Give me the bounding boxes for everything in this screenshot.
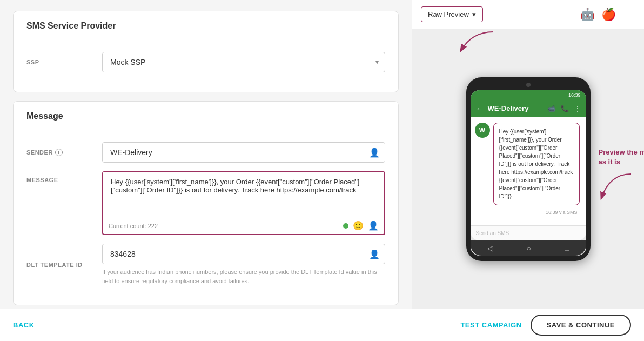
raw-preview-label: Raw Preview xyxy=(428,10,469,18)
back-button[interactable]: BACK xyxy=(13,321,35,329)
ssp-select-wrap: Mock SSP ▾ xyxy=(102,52,385,72)
app-action-icons: 📹 📞 ⋮ xyxy=(547,105,581,112)
dlt-label: DLT TEMPLATE ID xyxy=(26,262,102,268)
bubble-container: Hey {{user['system']['first_name']}}, yo… xyxy=(493,123,580,205)
raw-preview-button[interactable]: Raw Preview ▾ xyxy=(421,6,483,22)
test-campaign-button[interactable]: TEST CAMPAIGN xyxy=(460,321,521,329)
nav-home-icon: ○ xyxy=(527,244,531,252)
nav-recents-icon: □ xyxy=(565,244,569,252)
message-bubble: W Hey {{user['system']['first_name']}}, … xyxy=(475,123,582,205)
phone-input-bar: Send an SMS xyxy=(471,225,586,240)
status-dot xyxy=(343,223,348,229)
textarea-icons: 🙂 👤 xyxy=(343,220,379,231)
platform-icons: 🤖 🍎 xyxy=(580,8,616,22)
more-icon: ⋮ xyxy=(574,105,581,112)
footer: BACK TEST CAMPAIGN SAVE & CONTINUE xyxy=(0,309,644,341)
char-count: Current count: 222 xyxy=(109,223,339,229)
phone-and-annotation: 16:39 ← WE-Delivery 📹 📞 ⋮ xyxy=(466,77,591,261)
raw-preview-chevron-icon: ▾ xyxy=(472,10,476,18)
message-header: Message xyxy=(14,102,398,131)
phone-screen: 16:39 ← WE-Delivery 📹 📞 ⋮ xyxy=(471,90,586,256)
annotation-arrow xyxy=(599,171,642,204)
right-panel-header: Raw Preview ▾ 🤖 🍎 xyxy=(412,0,644,29)
message-textarea-container: Hey {{user['system']['first_name']}}, yo… xyxy=(102,171,385,235)
message-body: SENDER i 👤 MESSAGE Hey {{user['system'][… xyxy=(14,131,398,305)
phone-call-icon: 📞 xyxy=(561,105,569,112)
sms-provider-header: SMS Service Provider xyxy=(14,11,398,41)
emoji-icon[interactable]: 🙂 xyxy=(353,220,364,231)
sender-input-wrap: 👤 xyxy=(102,142,385,163)
annotation-area: Preview the message as it is xyxy=(599,148,645,206)
message-textarea[interactable]: Hey {{user['system']['first_name']}}, yo… xyxy=(103,172,384,216)
message-bubble-text: Hey {{user['system']['first_name']}}, yo… xyxy=(493,123,580,205)
phone-chat: W Hey {{user['system']['first_name']}}, … xyxy=(471,117,586,225)
person-icon: 👤 xyxy=(368,220,379,231)
raw-preview-arrow-svg xyxy=(455,29,499,56)
dlt-row: DLT TEMPLATE ID 👤 If your audience has I… xyxy=(26,244,385,285)
right-panel: Raw Preview ▾ 🤖 🍎 xyxy=(412,0,644,309)
ssp-select[interactable]: Mock SSP xyxy=(102,52,385,72)
dlt-help-text: If your audience has Indian phone number… xyxy=(102,268,385,285)
sender-input[interactable] xyxy=(102,142,385,163)
back-icon: ← xyxy=(476,104,484,113)
bubble-time: 16:39 via SMS xyxy=(475,210,582,215)
sms-input-placeholder: Send an SMS xyxy=(476,230,509,236)
phone-preview: 16:39 ← WE-Delivery 📹 📞 ⋮ xyxy=(412,29,644,309)
phone-status-bar: 16:39 xyxy=(471,90,586,100)
ssp-row: SSP Mock SSP ▾ xyxy=(26,52,385,72)
phone-mockup: 16:39 ← WE-Delivery 📹 📞 ⋮ xyxy=(466,77,591,261)
android-icon[interactable]: 🤖 xyxy=(580,8,595,22)
dlt-input-wrap: 👤 If your audience has Indian phone numb… xyxy=(102,244,385,285)
phone-camera xyxy=(526,83,531,87)
phone-nav-bar: ◁ ○ □ xyxy=(471,240,586,256)
textarea-footer: Current count: 222 🙂 👤 xyxy=(103,218,384,234)
ssp-label: SSP xyxy=(26,59,102,65)
phone-app-bar: ← WE-Delivery 📹 📞 ⋮ xyxy=(471,100,586,117)
status-time: 16:39 xyxy=(568,92,581,98)
sender-person-icon: 👤 xyxy=(369,148,380,158)
message-title: Message xyxy=(26,111,63,121)
apple-icon[interactable]: 🍎 xyxy=(601,8,616,22)
sender-label: SENDER i xyxy=(26,149,102,156)
message-label: MESSAGE xyxy=(26,171,102,183)
app-title: WE-Delivery xyxy=(488,104,543,112)
sender-info-icon[interactable]: i xyxy=(55,149,63,156)
dlt-input[interactable] xyxy=(102,244,385,264)
save-continue-button[interactable]: SAVE & CONTINUE xyxy=(531,315,631,336)
dlt-person-icon: 👤 xyxy=(369,249,380,259)
message-card: Message SENDER i 👤 MESSAGE xyxy=(13,101,399,305)
annotation-text: Preview the message as it is xyxy=(599,148,645,167)
sms-provider-body: SSP Mock SSP ▾ xyxy=(14,41,398,92)
video-icon: 📹 xyxy=(547,105,555,112)
sms-provider-title: SMS Service Provider xyxy=(26,21,116,30)
nav-back-icon: ◁ xyxy=(487,244,493,252)
message-row: MESSAGE Hey {{user['system']['first_name… xyxy=(26,171,385,235)
sender-row: SENDER i 👤 xyxy=(26,142,385,163)
message-textarea-wrap: Hey {{user['system']['first_name']}}, yo… xyxy=(102,171,385,235)
phone-notch xyxy=(471,83,586,87)
footer-right: TEST CAMPAIGN SAVE & CONTINUE xyxy=(460,315,631,336)
avatar: W xyxy=(475,123,490,138)
sms-provider-card: SMS Service Provider SSP Mock SSP ▾ xyxy=(13,11,399,92)
